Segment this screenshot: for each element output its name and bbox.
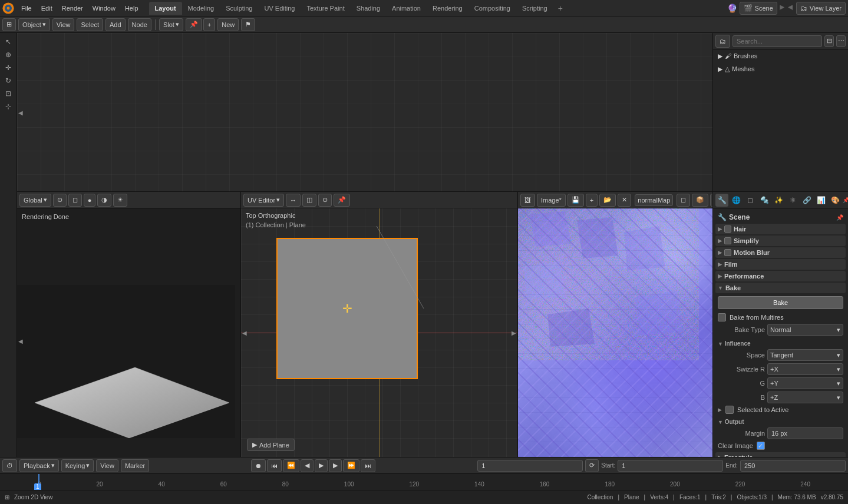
- hair-checkbox[interactable]: [724, 226, 731, 233]
- jump-start-btn[interactable]: ⏮: [267, 459, 282, 472]
- space-dropdown[interactable]: Tangent ▾: [767, 349, 843, 361]
- timeline-ruler[interactable]: 0 20 40 60 80 100 120 140 160 180 200 22…: [0, 474, 848, 490]
- image-name-field[interactable]: normalMap: [635, 194, 673, 206]
- viewport-type-button[interactable]: ⊞: [2, 18, 16, 31]
- start-frame-input[interactable]: 1: [618, 460, 723, 472]
- uv-overlay-btn[interactable]: ⊙: [318, 194, 332, 207]
- prop-icon-scene[interactable]: 🔧: [715, 194, 728, 207]
- bake-type-dropdown[interactable]: Normal ▾: [767, 324, 843, 336]
- image-close-btn[interactable]: ✕: [618, 194, 631, 207]
- prop-icon-material[interactable]: 🎨: [829, 194, 842, 207]
- film-section-header[interactable]: Film: [715, 259, 846, 270]
- add-workspace-button[interactable]: +: [553, 2, 567, 15]
- tab-compositing[interactable]: Compositing: [468, 2, 516, 15]
- pin-active-icon[interactable]: 📌: [836, 214, 843, 221]
- prop-icon-physics[interactable]: ⚛: [786, 194, 799, 207]
- tab-texture-paint[interactable]: Texture Paint: [301, 2, 350, 15]
- wireframe-btn[interactable]: ◻: [68, 194, 82, 207]
- node-button[interactable]: Node: [128, 18, 151, 31]
- marker-btn[interactable]: Marker: [121, 459, 149, 472]
- tab-uv-editing[interactable]: UV Editing: [259, 2, 301, 15]
- image-pack-btn[interactable]: 📦: [692, 194, 708, 207]
- jump-end-btn[interactable]: ⏭: [361, 459, 375, 472]
- view-button[interactable]: View: [52, 18, 75, 31]
- bake-section-header[interactable]: Bake: [715, 283, 846, 293]
- outliner-type-btn[interactable]: 🗂: [715, 35, 730, 48]
- prop-icon-data[interactable]: 📊: [814, 194, 827, 207]
- outliner-search[interactable]: [732, 35, 822, 47]
- timeline-type-btn[interactable]: ⏱: [2, 459, 17, 472]
- uv-collapse-left[interactable]: ◀: [242, 330, 247, 336]
- outliner-options-btn[interactable]: ⋯: [836, 35, 846, 47]
- prop-icon-modifier[interactable]: 🔩: [758, 194, 771, 207]
- 3d-viewport-content[interactable]: Rendering Done ◀: [17, 208, 240, 457]
- record-btn[interactable]: ⏺: [251, 459, 266, 472]
- image-save-copy-btn[interactable]: 💾: [567, 194, 584, 207]
- pin-icon[interactable]: 📌: [186, 18, 202, 31]
- hair-section-header[interactable]: Hair: [715, 224, 846, 234]
- keying-btn[interactable]: Keying ▾: [61, 459, 94, 472]
- tool-cursor-icon[interactable]: ⊕: [2, 48, 15, 61]
- uv-mode-btn[interactable]: UV Editor ▾: [243, 194, 284, 207]
- image-new-btn[interactable]: +: [586, 194, 598, 207]
- tool-rotate-icon[interactable]: ↻: [2, 74, 15, 87]
- favorites-button[interactable]: ⚑: [241, 18, 255, 31]
- prop-icon-constraints[interactable]: 🔗: [800, 194, 813, 207]
- prev-keyframe-btn[interactable]: ◀: [301, 459, 314, 472]
- tab-modeling[interactable]: Modeling: [182, 2, 220, 15]
- material-btn[interactable]: ◑: [97, 194, 111, 207]
- image-pin-btn[interactable]: 📌: [710, 194, 712, 207]
- outliner-item-meshes[interactable]: ▶ △ Meshes: [713, 62, 848, 75]
- scene-selector[interactable]: 🎬 Scene: [740, 2, 777, 15]
- new-button[interactable]: New: [217, 18, 239, 31]
- collapse-left-arrow[interactable]: ◀: [18, 109, 23, 115]
- simplify-checkbox[interactable]: [724, 237, 731, 244]
- bake-action-button[interactable]: Bake: [718, 296, 843, 309]
- next-keyframe-btn[interactable]: ▶: [329, 459, 342, 472]
- normal-map-content[interactable]: [518, 208, 712, 457]
- window-menu[interactable]: Window: [88, 2, 120, 15]
- object-mode-button[interactable]: Object ▾: [18, 18, 50, 31]
- next-frame-btn[interactable]: ⏩: [343, 459, 359, 472]
- current-frame-input[interactable]: 1: [477, 460, 583, 472]
- tab-scripting[interactable]: Scripting: [516, 2, 553, 15]
- motion-blur-section-header[interactable]: Motion Blur: [715, 247, 846, 258]
- view-timeline-btn[interactable]: View: [96, 459, 118, 472]
- tab-shading[interactable]: Shading: [351, 2, 386, 15]
- image-render-btn[interactable]: ◻: [677, 194, 690, 207]
- prev-frame-btn[interactable]: ⏪: [283, 459, 299, 472]
- bake-from-multires-checkbox[interactable]: [718, 313, 726, 321]
- viewport-shading-btn[interactable]: Global ▾: [19, 194, 51, 207]
- image-open-btn[interactable]: 📂: [599, 194, 616, 207]
- view-layer-selector[interactable]: 🗂 View Layer: [796, 2, 846, 15]
- file-menu[interactable]: File: [17, 2, 37, 15]
- help-menu[interactable]: Help: [120, 2, 143, 15]
- image-slot-btn[interactable]: Image*: [537, 194, 566, 207]
- sync-icon[interactable]: ⟳: [585, 459, 599, 472]
- overlay-btn[interactable]: ⊙: [53, 194, 67, 207]
- select-button[interactable]: Select: [77, 18, 103, 31]
- tab-sculpting[interactable]: Sculpting: [220, 2, 258, 15]
- tab-rendering[interactable]: Rendering: [427, 2, 468, 15]
- simplify-section-header[interactable]: Simplify: [715, 236, 846, 246]
- clear-image-checkbox[interactable]: ✓: [757, 442, 765, 450]
- properties-pin-icon[interactable]: 📌: [843, 197, 848, 203]
- render-menu[interactable]: Render: [57, 2, 88, 15]
- motion-blur-checkbox[interactable]: [724, 249, 731, 256]
- playback-btn[interactable]: Playback ▾: [19, 459, 59, 472]
- uv-collapse-right[interactable]: ▶: [512, 330, 516, 336]
- tab-animation[interactable]: Animation: [386, 2, 427, 15]
- tool-select-icon[interactable]: ↖: [2, 35, 15, 48]
- tool-move-icon[interactable]: ✛: [2, 61, 15, 74]
- slot-button[interactable]: Slot ▾: [159, 18, 183, 31]
- rendered-btn[interactable]: ☀: [113, 194, 127, 207]
- selected-to-active-checkbox[interactable]: [725, 406, 734, 414]
- prop-icon-particles[interactable]: ✨: [772, 194, 785, 207]
- end-frame-input[interactable]: 250: [740, 460, 846, 472]
- performance-section-header[interactable]: Performance: [715, 271, 846, 281]
- uv-viewport-content[interactable]: Top Orthographic (1) Collection | Plane …: [241, 208, 517, 457]
- outliner-filter-btn[interactable]: ⊟: [824, 35, 834, 47]
- prop-icon-world[interactable]: 🌐: [730, 194, 743, 207]
- add-button[interactable]: Add: [105, 18, 126, 31]
- play-btn[interactable]: ▶: [315, 459, 328, 472]
